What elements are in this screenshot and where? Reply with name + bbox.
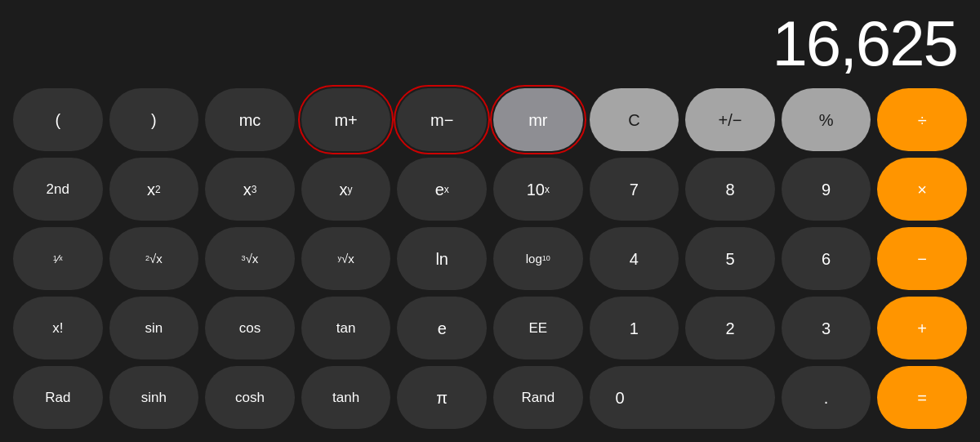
e-x-button[interactable]: ex	[397, 158, 487, 221]
five-button[interactable]: 5	[685, 227, 775, 290]
plus-minus-button[interactable]: +/−	[685, 88, 775, 151]
pi-button[interactable]: π	[397, 366, 487, 429]
second-button[interactable]: 2nd	[13, 158, 103, 221]
cos-button[interactable]: cos	[205, 297, 295, 359]
dot-button[interactable]: .	[782, 366, 871, 429]
x-y-button[interactable]: xy	[301, 158, 391, 221]
seven-button[interactable]: 7	[590, 158, 679, 221]
calculator-grid: ( ) mc m+ m− mr C +/− % ÷ 2nd x2 x3 xy e…	[0, 82, 980, 442]
x-squared-button[interactable]: x2	[109, 158, 199, 221]
tan-button[interactable]: tan	[301, 297, 391, 359]
log10-button[interactable]: log10	[493, 227, 583, 290]
mc-button[interactable]: mc	[205, 88, 295, 151]
rad-button[interactable]: Rad	[13, 366, 103, 429]
cosh-button[interactable]: cosh	[205, 366, 295, 429]
zero-button[interactable]: 0	[590, 366, 775, 429]
divide-button[interactable]: ÷	[877, 88, 967, 151]
x-cubed-button[interactable]: x3	[205, 158, 295, 221]
sqrty-button[interactable]: y√x	[301, 227, 391, 290]
sqrt2-button[interactable]: 2√x	[109, 227, 199, 290]
nine-button[interactable]: 9	[782, 158, 871, 221]
mr-button[interactable]: mr	[493, 88, 583, 151]
one-button[interactable]: 1	[590, 297, 679, 359]
ln-button[interactable]: ln	[397, 227, 487, 290]
three-button[interactable]: 3	[782, 297, 871, 359]
percent-button[interactable]: %	[782, 88, 871, 151]
equals-button[interactable]: =	[877, 366, 967, 429]
display-area: 16,625	[0, 0, 980, 82]
close-paren-button[interactable]: )	[109, 88, 199, 151]
one-over-x-button[interactable]: 1⁄x	[13, 227, 103, 290]
open-paren-button[interactable]: (	[13, 88, 103, 151]
eight-button[interactable]: 8	[685, 158, 775, 221]
plus-button[interactable]: +	[877, 297, 967, 359]
minus-button[interactable]: −	[877, 227, 967, 290]
sqrt3-button[interactable]: 3√x	[205, 227, 295, 290]
ee-button[interactable]: EE	[493, 297, 583, 359]
m-minus-button[interactable]: m−	[397, 88, 487, 151]
multiply-button[interactable]: ×	[877, 158, 967, 221]
e-button[interactable]: e	[397, 297, 487, 359]
m-plus-button[interactable]: m+	[301, 88, 391, 151]
sin-button[interactable]: sin	[109, 297, 199, 359]
display-value: 16,625	[772, 11, 957, 75]
four-button[interactable]: 4	[590, 227, 679, 290]
factorial-button[interactable]: x!	[13, 297, 103, 359]
rand-button[interactable]: Rand	[493, 366, 583, 429]
sinh-button[interactable]: sinh	[109, 366, 199, 429]
tanh-button[interactable]: tanh	[301, 366, 391, 429]
ten-x-button[interactable]: 10x	[493, 158, 583, 221]
six-button[interactable]: 6	[782, 227, 871, 290]
clear-button[interactable]: C	[590, 88, 679, 151]
two-button[interactable]: 2	[685, 297, 775, 359]
